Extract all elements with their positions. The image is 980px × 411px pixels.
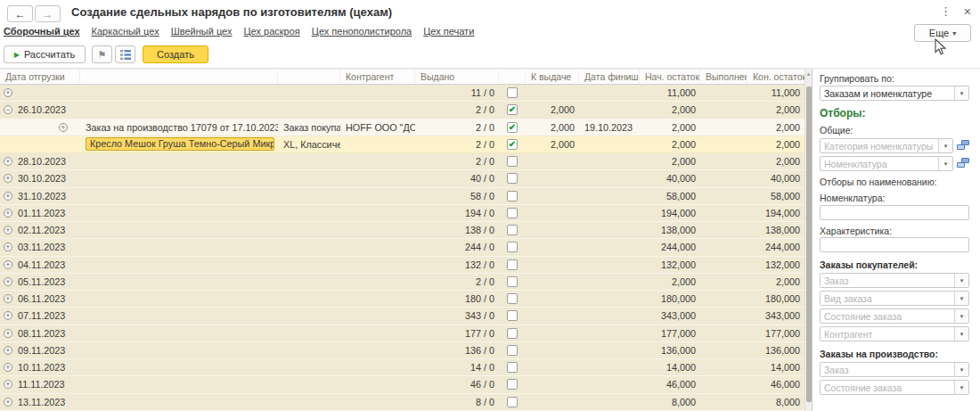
table-row[interactable]: +30.10.202340 / 040,00040,000 (0, 170, 804, 187)
row-checkbox[interactable] (507, 328, 518, 339)
row-checkbox[interactable] (507, 225, 518, 235)
nomenclature-select[interactable]: Номенклатура ▾ (820, 156, 953, 171)
category-select[interactable]: Категория номенклатуры ▾ (820, 138, 953, 153)
chevron-down-icon[interactable]: ▾ (938, 139, 952, 152)
row-checkbox[interactable] (507, 173, 518, 184)
row-checkbox[interactable] (507, 259, 518, 270)
tab-assembly-shop[interactable]: Сборочный цех (4, 26, 80, 40)
chevron-down-icon[interactable]: ▾ (954, 274, 968, 287)
column-header-finish[interactable]: Дата финиша (579, 70, 640, 84)
expand-icon[interactable]: + (4, 311, 12, 320)
characteristic-input[interactable] (820, 237, 969, 252)
create-button[interactable]: Создать (143, 45, 208, 63)
back-button[interactable]: ← (7, 5, 33, 22)
row-checkbox[interactable]: ✔ (507, 139, 518, 150)
order-state-select[interactable]: Состояние заказа ▾ (820, 308, 969, 324)
more-button[interactable]: Еще ▾ (914, 24, 971, 42)
row-checkbox[interactable] (507, 362, 518, 373)
list-structure-button[interactable] (115, 45, 135, 63)
table-row[interactable]: +28.10.20232 / 02,0002,000 (0, 153, 804, 170)
order-type-select[interactable]: Вид заказа ▾ (820, 291, 969, 306)
table-row[interactable]: +09.11.2023136 / 0136,000136,000 (0, 342, 804, 359)
nomenclature-name-input[interactable] (820, 205, 969, 220)
production-order-select[interactable]: Заказ ▾ (820, 362, 969, 377)
column-header-vypolneno[interactable]: Выполнено (700, 70, 747, 84)
row-checkbox[interactable] (507, 276, 518, 287)
row-checkbox[interactable] (507, 242, 518, 252)
column-header-nach[interactable]: Нач. остаток (640, 70, 700, 84)
tab-foam-shop[interactable]: Цех пенополистирола (312, 26, 412, 40)
expand-icon[interactable]: + (4, 363, 12, 372)
expand-icon[interactable]: + (4, 260, 12, 269)
tab-sewing-shop[interactable]: Швейный цех (171, 26, 233, 40)
table-row[interactable]: +11.11.202346 / 046,00046,000 (0, 376, 804, 393)
expand-icon[interactable]: + (4, 398, 12, 407)
column-header-contragent[interactable]: Контрагент (340, 70, 415, 84)
row-checkbox[interactable] (507, 310, 518, 321)
row-checkbox[interactable] (507, 191, 518, 201)
row-checkbox[interactable] (507, 87, 518, 98)
expand-icon[interactable]: + (4, 380, 12, 389)
expand-icon[interactable]: + (4, 209, 12, 218)
expand-icon[interactable]: + (4, 294, 12, 303)
row-checkbox[interactable] (507, 397, 518, 407)
expand-icon[interactable]: + (4, 277, 12, 286)
expand-icon[interactable]: + (4, 329, 12, 338)
tab-frame-shop[interactable]: Каркасный цех (92, 26, 159, 40)
pick-list-icon[interactable] (957, 140, 969, 152)
contragent-select[interactable]: Контрагент ▾ (820, 326, 969, 341)
row-checkbox[interactable]: ✔ (507, 122, 518, 133)
close-icon[interactable]: × (964, 4, 971, 19)
table-row[interactable]: +13.11.20238 / 08,0008,000 (0, 394, 804, 411)
column-header-vydano[interactable]: Выдано (415, 70, 499, 84)
table-row[interactable]: −26.10.20232 / 0✔2,0002,0002,000 (0, 102, 804, 119)
customer-order-select[interactable]: Заказ ▾ (820, 273, 969, 288)
chevron-down-icon[interactable]: ▾ (954, 327, 968, 341)
expand-icon[interactable]: + (4, 88, 12, 97)
table-row[interactable]: +10.11.202314 / 014,00014,000 (0, 359, 804, 376)
column-header-kon[interactable]: Кон. остаток (747, 70, 804, 84)
expand-icon[interactable]: + (4, 157, 12, 166)
calculate-button[interactable]: ▶ Рассчитать (4, 45, 86, 63)
expand-icon[interactable]: + (4, 192, 12, 201)
expand-icon[interactable]: + (59, 123, 68, 132)
row-checkbox[interactable] (507, 293, 518, 304)
table-row[interactable]: +01.11.2023194 / 0194,000194,000 (0, 205, 804, 222)
row-checkbox[interactable] (507, 379, 518, 390)
table-row[interactable]: +07.11.2023343 / 0343,000343,000 (0, 308, 804, 325)
expand-icon[interactable]: + (4, 226, 12, 234)
table-row[interactable]: +Заказ на производство 17079 от 17.10.20… (0, 119, 804, 136)
scroll-up-icon[interactable]: ▲ (805, 71, 812, 77)
chevron-down-icon[interactable]: ▾ (954, 363, 968, 376)
production-state-select[interactable]: Состояние заказа ▾ (820, 380, 969, 395)
tab-print-shop[interactable]: Цех печати (423, 26, 474, 40)
more-vertical-icon[interactable]: ⋮ (940, 4, 951, 18)
pick-list-icon[interactable] (957, 158, 969, 169)
row-checkbox[interactable]: ✔ (507, 104, 518, 115)
expand-icon[interactable]: + (4, 174, 12, 183)
collapse-icon[interactable]: − (4, 105, 12, 114)
table-row[interactable]: +11 / 011,00011,000 (0, 85, 804, 102)
table-row[interactable]: +03.11.2023244 / 0244,000244,000 (0, 239, 804, 256)
group-by-select[interactable]: Заказам и номенклатуре ▾ (820, 86, 969, 101)
selected-cell[interactable]: Кресло Мешок Груша Темно-Серый Микровель… (86, 137, 274, 151)
row-checkbox[interactable] (507, 208, 518, 218)
table-row[interactable]: +05.11.20232 / 02,0002,000 (0, 274, 804, 291)
expand-icon[interactable]: + (4, 346, 12, 355)
chevron-down-icon[interactable]: ▾ (954, 309, 968, 323)
column-header-k_vydache[interactable]: К выдаче (526, 70, 579, 84)
table-row[interactable]: Кресло Мешок Груша Темно-Серый Микровель… (0, 136, 804, 153)
chevron-down-icon[interactable]: ▾ (954, 381, 968, 394)
row-checkbox[interactable] (507, 156, 518, 167)
chevron-down-icon[interactable]: ▾ (938, 157, 952, 170)
tab-cutting-shop[interactable]: Цех раскроя (243, 26, 299, 40)
table-row[interactable]: +08.11.2023177 / 0177,000177,000 (0, 325, 804, 342)
chevron-down-icon[interactable]: ▾ (954, 86, 968, 100)
table-row[interactable]: +02.11.2023138 / 0138,000138,000 (0, 222, 804, 239)
table-row[interactable]: +31.10.202358 / 058,00058,000 (0, 188, 804, 205)
expand-icon[interactable]: + (4, 242, 12, 251)
flag-button[interactable]: ⚑ (92, 45, 112, 63)
row-checkbox[interactable] (507, 345, 518, 356)
forward-button[interactable]: → (35, 5, 61, 22)
table-row[interactable]: +04.11.2023132 / 0132,000132,000 (0, 257, 804, 274)
